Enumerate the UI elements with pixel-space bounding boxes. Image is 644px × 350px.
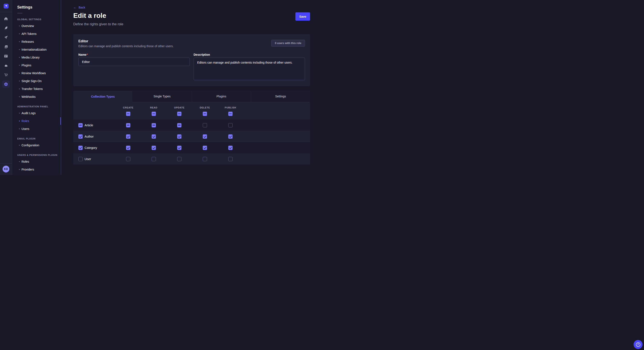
column-header-publish: PUBLISH [218, 106, 243, 109]
sidebar-item-providers[interactable]: Providers [12, 166, 61, 173]
select-all-read-checkbox[interactable] [152, 112, 156, 116]
category-publish-checkbox[interactable] [228, 146, 232, 150]
sidebar-item-roles-up[interactable]: Roles [12, 158, 61, 166]
row-checkbox-article[interactable] [78, 123, 83, 127]
back-link[interactable]: ← Back [73, 5, 85, 9]
sidebar-item-releases[interactable]: Releases [12, 38, 61, 45]
article-delete-checkbox[interactable] [203, 123, 207, 127]
sidebar-item-plugins[interactable]: Plugins [12, 61, 61, 69]
name-input[interactable] [78, 58, 190, 66]
back-arrow-icon: ← [73, 5, 77, 9]
article-publish-checkbox[interactable] [228, 123, 232, 127]
user-publish-checkbox[interactable] [228, 157, 232, 161]
permissions-section: Collection Types Single Types Plugins Se… [73, 91, 310, 165]
bullet-icon [19, 65, 20, 66]
bullet-icon [19, 145, 20, 146]
name-field-label: Name* [78, 53, 190, 56]
column-header-read: READ [141, 106, 166, 109]
home-icon[interactable] [2, 15, 10, 22]
sidebar-item-configuration[interactable]: Configuration [12, 141, 61, 149]
settings-subnav: Settings GLOBAL SETTINGS Overview API To… [12, 0, 61, 175]
select-all-publish-checkbox[interactable] [228, 112, 232, 116]
rail-bottom-divider [0, 163, 12, 164]
users-permissions-list: Roles Providers [12, 158, 61, 173]
name-field-group: Name* [78, 53, 190, 81]
sidebar-item-webhooks[interactable]: Webhooks [12, 93, 61, 101]
sidebar-item-transfer-tokens[interactable]: Transfer Tokens [12, 85, 61, 93]
sidebar-item-audit-logs[interactable]: Audit Logs [12, 109, 61, 117]
administration-panel-list: Audit Logs Roles Users [12, 109, 61, 133]
bullet-icon [19, 96, 20, 97]
required-asterisk: * [87, 53, 88, 56]
tab-settings[interactable]: Settings [251, 91, 310, 102]
page-title: Edit a role [73, 12, 106, 19]
page-header: Edit a role Save [73, 12, 310, 21]
row-checkbox-category[interactable] [78, 146, 83, 150]
sidebar-item-users[interactable]: Users [12, 125, 61, 133]
tab-single-types[interactable]: Single Types [132, 91, 192, 102]
select-all-create-checkbox[interactable] [126, 112, 130, 116]
category-create-checkbox[interactable] [126, 146, 130, 150]
bullet-icon [19, 57, 20, 58]
user-read-checkbox[interactable] [152, 157, 156, 161]
sidebar-item-overview[interactable]: Overview [12, 22, 61, 30]
row-label: Category [84, 146, 97, 150]
bullet-icon [19, 49, 20, 50]
author-publish-checkbox[interactable] [228, 134, 232, 139]
article-update-checkbox[interactable] [177, 123, 182, 127]
sidebar-item-internationalization[interactable]: Internationalization [12, 45, 61, 53]
row-label: Author [84, 135, 94, 138]
role-details-card: Editor Editors can manage and publish co… [73, 34, 310, 86]
tab-collection-types[interactable]: Collection Types [73, 91, 132, 102]
description-textarea[interactable]: Editors can manage and publish contents … [194, 58, 305, 80]
sidebar-item-review-workflows[interactable]: Review Workflows [12, 69, 61, 77]
strapi-logo-glyph [4, 4, 8, 8]
sidebar-item-api-tokens[interactable]: API Tokens [12, 30, 61, 38]
feather-pen-icon[interactable] [2, 24, 10, 32]
permissions-table-header: CREATE READ UPDATE DELETE PUBLISH [73, 102, 310, 120]
user-delete-checkbox[interactable] [203, 157, 207, 161]
row-checkbox-user[interactable] [78, 157, 83, 161]
cloud-icon[interactable] [2, 62, 10, 69]
images-icon[interactable] [2, 43, 10, 51]
column-header-delete: DELETE [192, 106, 218, 109]
column-labels-row: CREATE READ UPDATE DELETE PUBLISH [73, 106, 310, 109]
bullet-icon [19, 169, 20, 170]
category-read-checkbox[interactable] [152, 146, 156, 150]
users-with-role-badge[interactable]: 0 users with this role [271, 40, 305, 47]
paper-plane-icon[interactable] [2, 34, 10, 41]
bullet-icon [19, 33, 20, 34]
description-field-label: Description [194, 53, 305, 56]
article-read-checkbox[interactable] [152, 123, 156, 127]
strapi-logo[interactable] [4, 3, 8, 8]
author-read-checkbox[interactable] [152, 134, 156, 139]
user-create-checkbox[interactable] [126, 157, 130, 161]
author-create-checkbox[interactable] [126, 134, 130, 139]
author-delete-checkbox[interactable] [203, 134, 207, 139]
shopping-cart-icon[interactable] [2, 71, 10, 79]
rail-icon-nav [2, 15, 10, 88]
sidebar-item-media-library[interactable]: Media Library [12, 53, 61, 61]
description-field-group: Description Editors can manage and publi… [194, 53, 305, 81]
user-avatar[interactable]: KD [2, 166, 9, 173]
layout-icon[interactable] [2, 52, 10, 60]
author-update-checkbox[interactable] [177, 134, 182, 139]
save-button[interactable]: Save [296, 12, 310, 21]
select-all-delete-checkbox[interactable] [203, 112, 207, 116]
sidebar-item-single-sign-on[interactable]: Single Sign-On [12, 77, 61, 85]
subnav-divider [17, 13, 22, 13]
section-label-global-settings: GLOBAL SETTINGS [12, 18, 61, 21]
category-delete-checkbox[interactable] [203, 146, 207, 150]
gear-icon[interactable] [2, 80, 10, 88]
tab-plugins[interactable]: Plugins [192, 91, 251, 102]
select-all-update-checkbox[interactable] [177, 112, 182, 116]
sidebar-item-roles-admin[interactable]: Roles [12, 117, 61, 125]
bullet-icon [19, 41, 20, 42]
user-update-checkbox[interactable] [177, 157, 182, 161]
bullet-icon [19, 161, 20, 162]
bullet-icon [19, 25, 20, 26]
category-update-checkbox[interactable] [177, 146, 182, 150]
row-checkbox-author[interactable] [78, 134, 83, 139]
bullet-icon [19, 81, 20, 81]
article-create-checkbox[interactable] [126, 123, 130, 127]
